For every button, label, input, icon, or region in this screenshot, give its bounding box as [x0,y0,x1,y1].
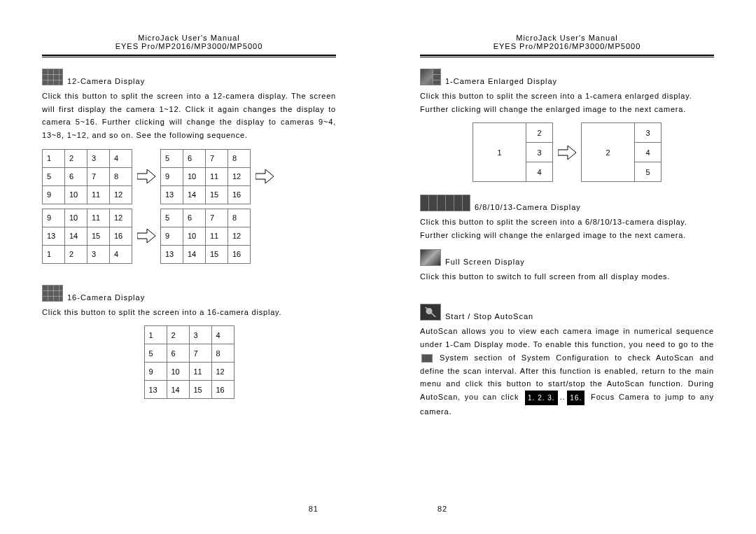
arrow-icon [132,229,160,243]
arrow-icon [553,146,581,160]
grid-16-icon [42,285,63,302]
grid-16: 1234 5678 9101112 13141516 [144,325,234,399]
focus-buttons: 1. 2. 3. [525,391,558,405]
body-16cam: Click this button to split the screen in… [42,306,336,319]
page-number: 82 [438,505,447,513]
header-right: MicroJack User's Manual EYES Pro/MP2016/… [420,34,714,57]
header-left: MicroJack User's Manual EYES Pro/MP2016/… [42,34,336,57]
page-number: 81 [309,505,318,513]
header-rule [42,55,336,57]
enlarged-grid-b: 23 4 5 [581,122,662,182]
body-fullscreen: Click this button to switch to full scre… [420,270,714,283]
section-title-6810: 6/8/10/13-Camera Display [475,203,581,211]
arrow-icon [132,169,160,183]
page-82: MicroJack User's Manual EYES Pro/MP2016/… [378,0,756,534]
sequence-row-2: 9101112 13141516 1234 5678 9101112 13141… [42,209,336,264]
content-left: 12-Camera Display Click this button to s… [42,69,336,399]
enlarged-1-icon [420,69,441,85]
svg-marker-1 [255,169,274,183]
section-title-autoscan: Start / Stop AutoScan [445,312,533,321]
body-6810: Click this button to split the screen in… [420,216,714,241]
body-1cam: Click this button to split the screen in… [420,90,714,115]
section-autoscan: Start / Stop AutoScan [420,304,714,321]
section-fullscreen: Full Screen Display [420,249,714,266]
autoscan-icon [420,304,441,321]
body-12cam: Click this button to split the screen in… [42,90,336,142]
svg-marker-2 [137,229,155,243]
section-12cam: 12-Camera Display [42,69,336,85]
grid-12-b: 5678 9101112 13141516 [160,149,251,204]
section-6810: 6/8/10/13-Camera Display [420,195,714,211]
enlarged-grid-a: 12 3 4 [472,122,553,182]
focus-dots: .. [560,393,566,401]
header-title: MicroJack User's Manual [420,34,714,42]
header-rule [420,55,714,57]
svg-marker-0 [137,169,155,183]
autoscan-text-1: AutoScan allows you to view each camera … [420,327,714,349]
focus-last: 16. [567,391,584,405]
section-title-1cam: 1-Camera Enlarged Display [445,77,557,85]
content-right: 1-Camera Enlarged Display Click this but… [420,69,714,419]
grid-12-a: 1234 5678 9101112 [42,149,132,204]
section-title-12cam: 12-Camera Display [67,77,145,85]
section-16cam: 16-Camera Display [42,285,336,302]
page-81: MicroJack User's Manual EYES Pro/MP2016/… [0,0,378,534]
multi-cam-icon [420,195,470,211]
sequence-row-1: 1234 5678 9101112 5678 9101112 13141516 [42,149,336,204]
svg-marker-3 [558,146,576,160]
grid-12-icon [42,69,63,85]
system-inline-icon [421,354,433,363]
enlarged-sequence: 12 3 4 23 4 5 [420,122,714,182]
section-title-16cam: 16-Camera Display [67,293,145,302]
header-subtitle: EYES Pro/MP2016/MP3000/MP5000 [420,42,714,50]
header-title: MicroJack User's Manual [42,34,336,42]
grid-12-d: 5678 9101112 13141516 [160,209,251,264]
section-title-fullscreen: Full Screen Display [445,258,525,266]
body-autoscan: AutoScan allows you to view each camera … [420,325,714,418]
grid-12-c: 9101112 13141516 1234 [42,209,132,264]
header-subtitle: EYES Pro/MP2016/MP3000/MP5000 [42,42,336,50]
arrow-icon [251,169,279,183]
section-1cam: 1-Camera Enlarged Display [420,69,714,85]
fullscreen-icon [420,249,441,266]
